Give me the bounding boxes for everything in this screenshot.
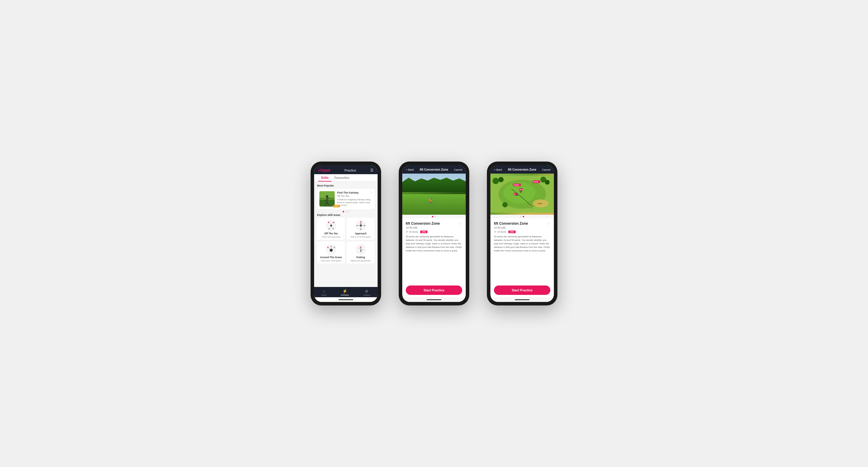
- svg-point-54: [502, 202, 508, 207]
- capture-icon: ⊕: [365, 289, 369, 293]
- svg-point-16: [333, 222, 334, 223]
- skill-desc-ott: Power and accuracy: [322, 236, 340, 238]
- drill-name: Find The Fairway: [337, 191, 372, 194]
- drill-meta-2: ⏱ 20 shots ARG: [406, 231, 462, 233]
- drills-content: Most Popular: [314, 182, 378, 287]
- skill-name-approach: Approach: [355, 232, 367, 235]
- golfer-figure: 🏌️: [428, 197, 435, 204]
- detail-screen-3: < Back 6ft Conversion Zone Cancel: [490, 165, 554, 302]
- drill-photo: 🏌️: [402, 174, 466, 215]
- detail-body-2: 6ft Conversion Zone 10-50 yds ☆ ⏱ 20 sho…: [402, 219, 466, 283]
- phone-3-screen: < Back 6ft Conversion Zone Cancel: [490, 165, 554, 302]
- img-dot-3-2: [523, 216, 524, 218]
- svg-text:FAIRWAY: FAIRWAY: [513, 185, 519, 186]
- clock-icon: ⏱: [320, 205, 322, 207]
- golf-photo: [319, 191, 335, 206]
- drill-name-3: 6ft Conversion Zone: [494, 222, 528, 226]
- start-practice-btn-3[interactable]: Start Practice: [494, 286, 550, 295]
- home-indicator-2: [427, 299, 441, 300]
- nav-home-label: Home: [321, 294, 327, 296]
- phone-2-screen: < Back 6ft Conversion Zone Cancel 🏌️: [402, 165, 466, 302]
- home-indicator-1: [339, 299, 353, 300]
- svg-point-33: [327, 247, 329, 248]
- skill-areas-grid: Off The Tee Power and accuracy: [317, 218, 375, 263]
- detail-body-3: 6ft Conversion Zone 10-50 yds ☆ ⏱ 20 sho…: [490, 219, 554, 283]
- svg-point-3: [326, 195, 328, 198]
- svg-point-26: [356, 225, 358, 226]
- drill-description-3: 20 shots are randomly generated at dista…: [494, 235, 550, 253]
- home-bar-3: [490, 297, 554, 302]
- img-dot-3-1: [520, 216, 522, 218]
- drill-range-3: 10-50 yds: [494, 226, 528, 229]
- svg-point-50: [493, 178, 499, 184]
- svg-point-30: [330, 249, 333, 252]
- shots-info-3: ⏱ 20 shots: [494, 231, 506, 233]
- map-svg: FAIRWAY ROUGH Hit Miss SAND 🏌️: [490, 174, 554, 215]
- off-the-tee-icon: [326, 220, 337, 231]
- phone2-header: < Back 6ft Conversion Zone Cancel: [402, 165, 466, 174]
- badge-arg-2: ARG: [420, 231, 427, 233]
- svg-point-10: [330, 225, 332, 227]
- favourite-icon[interactable]: ☆: [370, 191, 373, 194]
- svg-point-20: [360, 225, 362, 227]
- image-dots-2: [402, 215, 466, 219]
- skill-off-the-tee[interactable]: Off The Tee Power and accuracy: [317, 218, 345, 240]
- phone3-header: < Back 6ft Conversion Zone Cancel: [490, 165, 554, 174]
- nav-capture[interactable]: ⊕ Capture: [363, 289, 371, 296]
- carousel-dots: [317, 211, 375, 212]
- home-indicator-3: [515, 299, 529, 300]
- nav-activities[interactable]: ⚡ Activities: [341, 289, 349, 296]
- favourite-icon-3[interactable]: ☆: [547, 222, 550, 226]
- skill-approach[interactable]: Approach Dial-in to hit the green: [347, 218, 375, 240]
- menu-icon[interactable]: ☰: [370, 168, 373, 172]
- dot-1: [343, 211, 344, 212]
- detail-title-3: 6ft Conversion Zone: [508, 168, 536, 171]
- bottom-nav: ⌂ Home ⚡ Activities ⊕ Capture: [314, 287, 378, 297]
- drill-info: Find The Fairway Off The Tee Create an i…: [337, 191, 372, 207]
- tab-drills[interactable]: Drills: [318, 174, 332, 181]
- svg-point-25: [360, 221, 362, 222]
- shots-count: ⏱ 10 shots: [320, 205, 332, 207]
- tabs-bar: Drills Favourites: [314, 174, 378, 182]
- shots-info-2: ⏱ 20 shots: [406, 231, 418, 233]
- svg-point-27: [364, 225, 365, 226]
- svg-point-53: [545, 180, 550, 185]
- favourite-icon-2[interactable]: ☆: [459, 222, 462, 226]
- svg-point-41: [360, 250, 362, 252]
- cancel-button-3[interactable]: Cancel: [542, 168, 550, 171]
- skill-desc-putting: Make and lag practice: [350, 260, 371, 262]
- featured-drill-card[interactable]: Find The Fairway Off The Tee Create an i…: [317, 189, 375, 209]
- svg-text:SAND: SAND: [537, 203, 542, 204]
- svg-point-17: [329, 228, 330, 229]
- back-button-3[interactable]: < Back: [494, 168, 502, 171]
- tab-favourites[interactable]: Favourites: [332, 174, 352, 181]
- cancel-button-2[interactable]: Cancel: [454, 168, 462, 171]
- dot-2: [345, 211, 347, 212]
- explore-title: Explore skill areas: [317, 213, 375, 216]
- nav-home[interactable]: ⌂ Home: [321, 289, 327, 296]
- skill-desc-approach: Dial-in to hit the green: [350, 236, 371, 238]
- home-bar-1: [314, 297, 378, 302]
- header-title: Practice: [344, 169, 356, 172]
- most-popular-title: Most Popular: [317, 184, 375, 187]
- img-dot-2: [435, 216, 436, 218]
- skill-name-ott: Off The Tee: [324, 232, 338, 235]
- svg-point-51: [498, 177, 504, 182]
- skill-around-green[interactable]: Around The Green Hone your short game: [317, 241, 345, 263]
- svg-point-34: [334, 247, 335, 248]
- phone1-header: clippd Practice ☰: [314, 165, 378, 174]
- img-dot-1: [432, 216, 433, 218]
- detail-screen-2: < Back 6ft Conversion Zone Cancel 🏌️: [402, 165, 466, 302]
- svg-text:🏌️: 🏌️: [529, 205, 534, 209]
- skill-putting[interactable]: Putting Make and lag practice: [347, 241, 375, 263]
- drill-description: Create an imaginary fairway using trees …: [337, 198, 372, 207]
- phone-3: < Back 6ft Conversion Zone Cancel: [487, 162, 557, 305]
- back-button-2[interactable]: < Back: [406, 168, 414, 171]
- putting-icon: [355, 244, 366, 255]
- home-bar-2: [402, 297, 466, 302]
- clock-icon-2: ⏱: [406, 231, 408, 233]
- svg-point-35: [331, 246, 332, 247]
- trees-layer: [402, 178, 466, 192]
- start-practice-btn-2[interactable]: Start Practice: [406, 286, 462, 295]
- detail-title-2: 6ft Conversion Zone: [420, 168, 448, 171]
